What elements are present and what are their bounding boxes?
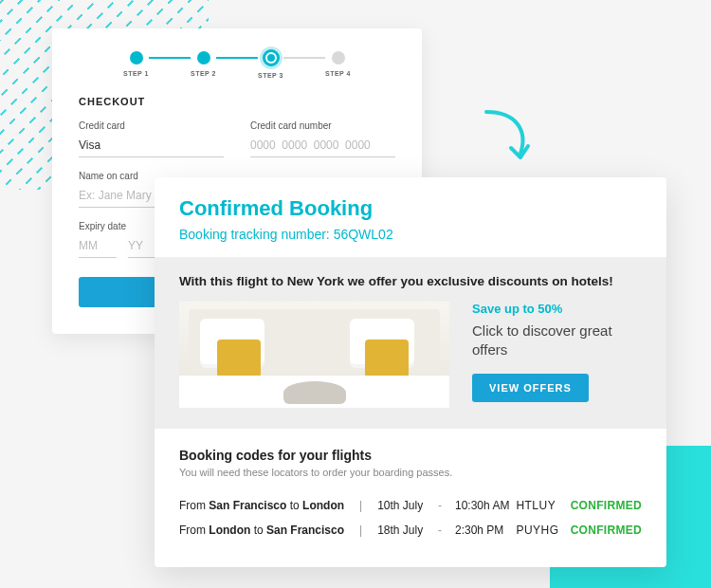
step-label: STEP 2	[191, 70, 216, 77]
step-1[interactable]: STEP 1	[123, 51, 149, 77]
save-text: Save up to 50%	[472, 302, 642, 316]
from-label: From	[179, 524, 209, 537]
stepper-connector	[149, 57, 191, 59]
stepper-connector	[283, 57, 325, 59]
view-offers-button[interactable]: VIEW OFFERS	[472, 374, 589, 402]
flight-time: 10:30h AM	[455, 499, 510, 512]
flight-destination: London	[302, 499, 344, 512]
step-2[interactable]: STEP 2	[191, 51, 216, 77]
flight-code: HTLUY	[516, 499, 564, 512]
flight-origin: London	[209, 524, 250, 537]
booking-codes-section: Booking codes for your flights You will …	[155, 429, 666, 567]
step-label: STEP 4	[325, 70, 351, 77]
step-label: STEP 1	[123, 70, 149, 77]
stepper-connector	[216, 57, 258, 59]
flight-time: 2:30h PM	[455, 524, 510, 537]
hotel-image	[179, 302, 449, 408]
flow-arrow-icon	[479, 104, 536, 171]
confirmation-card: Confirmed Booking Booking tracking numbe…	[155, 177, 666, 567]
cc-number-input[interactable]	[250, 135, 395, 157]
promo-headline: With this flight to New York we offer yo…	[179, 274, 642, 288]
credit-card-label: Credit card	[79, 120, 224, 131]
tracking-code: 56QWL02	[334, 227, 393, 242]
expiry-month-input[interactable]	[79, 235, 117, 258]
flight-row: From London to San Francisco | 18th July…	[179, 518, 642, 542]
confirmation-title: Confirmed Booking	[179, 196, 642, 221]
step-4[interactable]: STEP 4	[325, 51, 351, 77]
to-label: to	[286, 499, 302, 512]
tracking-label: Booking tracking number:	[179, 227, 334, 242]
flight-status: CONFIRMED	[571, 524, 642, 537]
flight-row: From San Francisco to London | 10th July…	[179, 493, 642, 518]
checkout-heading: CHECKOUT	[79, 96, 395, 107]
credit-card-input[interactable]	[79, 135, 224, 157]
cc-number-label: Credit card number	[250, 120, 395, 131]
codes-title: Booking codes for your flights	[179, 448, 642, 463]
flight-status: CONFIRMED	[571, 499, 642, 512]
stepper: STEP 1 STEP 2 STEP 3 STEP 4	[79, 49, 395, 79]
to-label: to	[250, 524, 266, 537]
from-label: From	[179, 499, 209, 512]
flight-destination: San Francisco	[266, 524, 344, 537]
flight-code: PUYHG	[516, 524, 564, 537]
promo-banner: With this flight to New York we offer yo…	[155, 257, 666, 429]
flight-origin: San Francisco	[209, 499, 286, 512]
step-3-current[interactable]: STEP 3	[258, 49, 283, 79]
flight-date: 10th July	[377, 499, 425, 512]
tracking-number: Booking tracking number: 56QWL02	[179, 227, 642, 242]
codes-subtitle: You will need these locators to order yo…	[179, 467, 642, 478]
flight-date: 18th July	[377, 524, 425, 537]
discover-text: Click to discover great offers	[472, 322, 642, 360]
step-label: STEP 3	[258, 72, 283, 79]
